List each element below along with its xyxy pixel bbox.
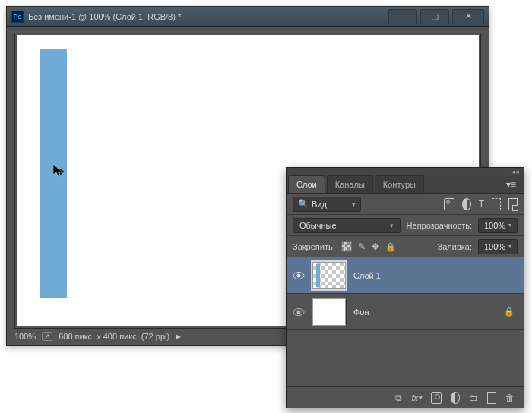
layer-thumbnail[interactable] <box>312 262 346 289</box>
tab-paths[interactable]: Контуры <box>375 175 424 193</box>
info-menu-icon[interactable]: ▶ <box>176 333 181 340</box>
tab-layers[interactable]: Слои <box>288 175 325 193</box>
filter-smart-icon[interactable] <box>508 198 518 210</box>
svg-point-10 <box>297 310 301 314</box>
lock-label: Закрепить: <box>293 242 335 251</box>
filter-pixel-icon[interactable] <box>444 198 454 210</box>
opacity-value: 100% <box>484 221 505 230</box>
visibility-toggle[interactable] <box>293 307 305 317</box>
filter-adjustment-icon[interactable] <box>462 198 471 210</box>
opacity-label: Непрозрачность: <box>407 221 472 230</box>
layer-row[interactable]: Слой 1 <box>287 257 524 294</box>
layer-name[interactable]: Фон <box>353 307 496 317</box>
link-layers-icon[interactable] <box>395 392 402 404</box>
search-icon: 🔍 <box>298 199 309 209</box>
panel-grip[interactable]: ◂◂ <box>287 168 524 175</box>
zoom-level[interactable]: 100% <box>14 332 36 341</box>
new-group-icon[interactable] <box>469 392 478 404</box>
lock-icon: 🔒 <box>504 307 515 317</box>
delete-layer-icon[interactable] <box>505 392 515 404</box>
chevron-down-icon: ▾ <box>508 243 511 250</box>
fill-value: 100% <box>484 242 505 251</box>
layer-filter-row: 🔍 Вид ▾ T <box>287 194 524 215</box>
layer-row[interactable]: Фон 🔒 <box>287 294 524 330</box>
adjustment-layer-icon[interactable] <box>451 392 460 404</box>
chevron-down-icon: ▾ <box>508 222 511 229</box>
tab-channels[interactable]: Каналы <box>327 175 373 193</box>
filter-type-icon[interactable]: T <box>479 198 484 210</box>
filter-type-label: Вид <box>312 200 327 209</box>
minimize-button[interactable]: ─ <box>388 9 417 24</box>
maximize-button[interactable]: ▢ <box>420 9 449 24</box>
titlebar: Ps Без имени-1 @ 100% (Слой 1, RGB/8) * … <box>7 7 489 27</box>
chevron-down-icon: ▾ <box>390 222 394 229</box>
layer-name[interactable]: Слой 1 <box>353 271 518 280</box>
layers-panel: ◂◂ Слои Каналы Контуры ▾≡ 🔍 Вид ▾ T Обыч… <box>286 167 524 408</box>
chevron-updown-icon: ▾ <box>352 200 356 208</box>
panel-footer: fx▾ <box>287 386 524 408</box>
lock-row: Закрепить: Заливка: 100% ▾ <box>287 236 524 257</box>
document-title: Без имени-1 @ 100% (Слой 1, RGB/8) * <box>28 12 388 21</box>
close-button[interactable]: ✕ <box>452 9 484 24</box>
photoshop-icon: Ps <box>11 11 24 23</box>
filter-shape-icon[interactable] <box>492 198 501 210</box>
layer-thumbnail[interactable] <box>312 298 346 326</box>
lock-pixels-icon[interactable] <box>358 241 366 252</box>
panel-tabs: Слои Каналы Контуры ▾≡ <box>287 175 524 194</box>
add-mask-icon[interactable] <box>431 392 442 404</box>
new-layer-icon[interactable] <box>487 392 496 404</box>
document-info: 600 пикс. x 400 пикс. (72 ppi) <box>59 332 169 341</box>
blend-row: Обычные ▾ Непрозрачность: 100% ▾ <box>287 215 524 236</box>
go-icon[interactable]: ↗ <box>42 332 52 341</box>
fill-input[interactable]: 100% ▾ <box>478 239 518 254</box>
panel-menu-icon[interactable]: ▾≡ <box>503 176 519 193</box>
layer-style-icon[interactable]: fx▾ <box>411 392 422 404</box>
svg-point-8 <box>297 273 301 277</box>
blend-mode-select[interactable]: Обычные ▾ <box>293 218 401 233</box>
lock-all-icon[interactable] <box>385 241 396 252</box>
lock-transparency-icon[interactable] <box>341 241 352 252</box>
layers-list: Слой 1 Фон 🔒 <box>287 257 524 330</box>
visibility-toggle[interactable] <box>293 271 305 280</box>
blend-mode-value: Обычные <box>299 221 337 230</box>
fill-label: Заливка: <box>438 242 472 251</box>
filter-type-select[interactable]: 🔍 Вид ▾ <box>293 197 361 212</box>
lock-position-icon[interactable] <box>372 241 379 252</box>
collapse-icon[interactable]: ◂◂ <box>511 168 519 175</box>
opacity-input[interactable]: 100% ▾ <box>478 218 518 233</box>
shape-rectangle[interactable] <box>40 49 67 298</box>
